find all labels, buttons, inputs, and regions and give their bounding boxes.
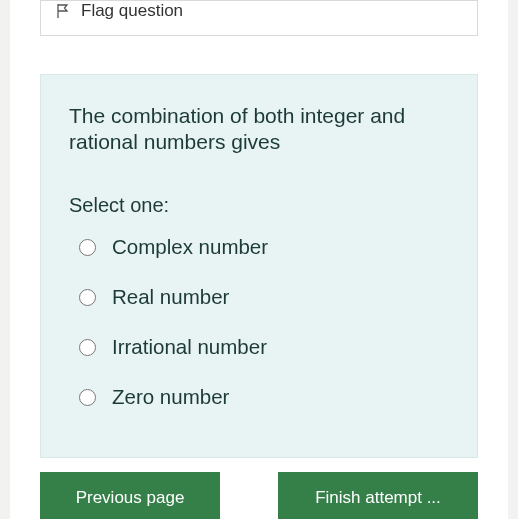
- question-box: The combination of both integer and rati…: [40, 74, 478, 458]
- flag-question-label: Flag question: [81, 1, 183, 21]
- finish-attempt-button[interactable]: Finish attempt ...: [278, 472, 478, 519]
- option-label[interactable]: Real number: [112, 285, 229, 309]
- option-label[interactable]: Zero number: [112, 385, 229, 409]
- option-label[interactable]: Irrational number: [112, 335, 267, 359]
- radio-input[interactable]: [79, 339, 96, 356]
- option-irrational-number[interactable]: Irrational number: [79, 335, 449, 359]
- previous-page-button[interactable]: Previous page: [40, 472, 220, 519]
- nav-buttons: Previous page Finish attempt ...: [40, 472, 478, 519]
- option-complex-number[interactable]: Complex number: [79, 235, 449, 259]
- option-label[interactable]: Complex number: [112, 235, 268, 259]
- options-list: Complex number Real number Irrational nu…: [69, 235, 449, 409]
- radio-input[interactable]: [79, 289, 96, 306]
- flag-question-link[interactable]: Flag question: [55, 1, 463, 21]
- radio-input[interactable]: [79, 239, 96, 256]
- select-one-prompt: Select one:: [69, 194, 449, 217]
- question-meta-box: Flag question: [40, 0, 478, 36]
- flag-icon: [55, 3, 71, 19]
- question-text: The combination of both integer and rati…: [69, 103, 449, 154]
- option-zero-number[interactable]: Zero number: [79, 385, 449, 409]
- option-real-number[interactable]: Real number: [79, 285, 449, 309]
- radio-input[interactable]: [79, 389, 96, 406]
